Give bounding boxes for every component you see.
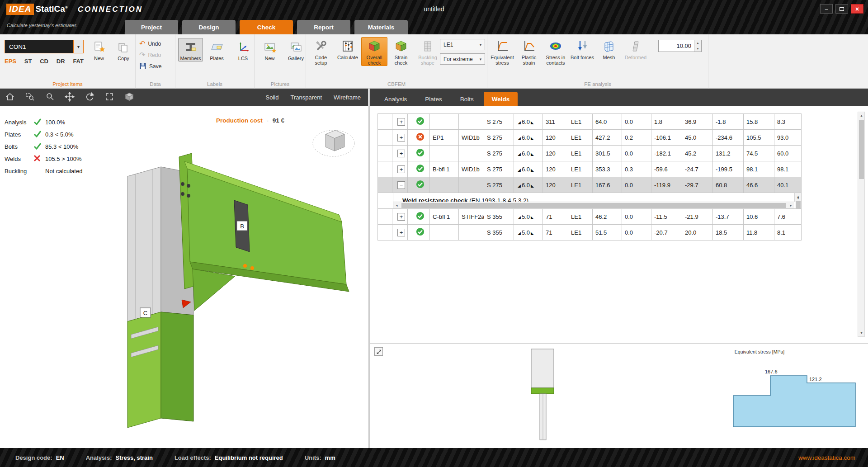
website-link[interactable]: www.ideastatica.com bbox=[798, 454, 855, 461]
mode-cd[interactable]: CD bbox=[40, 58, 48, 65]
weld-item-cell bbox=[430, 177, 459, 193]
weld-row[interactable]: + EP1 WID1b S 275 ◢6.0◣ 120 LE1 427.20.2… bbox=[378, 130, 802, 146]
new-button[interactable]: New bbox=[87, 38, 111, 61]
welds-table-body: + S 275 ◢6.0◣ 311 LE1 64.00.01.836.9-1.8… bbox=[378, 114, 802, 241]
weld-row[interactable]: + B-bfl 1 WID1b S 275 ◢6.0◣ 120 LE1 353.… bbox=[378, 161, 802, 177]
home-button[interactable] bbox=[0, 89, 20, 106]
expand-row-button[interactable]: + bbox=[397, 134, 405, 142]
scroll-down-icon[interactable]: ▾ bbox=[795, 195, 801, 202]
deformed-scale-spinner[interactable]: 10.00 ▴ ▾ bbox=[658, 40, 702, 52]
plastic-strain-button[interactable]: Plastic strain bbox=[516, 37, 542, 66]
status-items: Design code:EN Analysis:Stress, strain L… bbox=[0, 454, 335, 461]
copy-button[interactable]: Copy bbox=[111, 38, 136, 61]
code-setup-button[interactable]: Code setup bbox=[308, 37, 334, 66]
weld-row[interactable]: + S 275 ◢6.0◣ 311 LE1 64.00.01.836.9-1.8… bbox=[378, 114, 802, 130]
save-button[interactable]: Save bbox=[139, 62, 161, 71]
tab-project[interactable]: Project bbox=[125, 20, 178, 34]
svg-text:B: B bbox=[240, 223, 244, 230]
mode-dr[interactable]: DR bbox=[57, 58, 65, 65]
zoom-window-button[interactable] bbox=[20, 89, 40, 106]
scroll-left-icon[interactable]: ◂ bbox=[393, 202, 400, 208]
collapse-row-button[interactable]: − bbox=[397, 181, 405, 189]
scrollbar-thumb[interactable] bbox=[796, 201, 801, 208]
result-value-cell: -24.7 bbox=[682, 161, 713, 177]
weld-item-cell bbox=[430, 225, 459, 241]
status-load-effects-: Load effects:Equilibrium not required bbox=[175, 454, 283, 461]
mode-st[interactable]: ST bbox=[24, 58, 32, 65]
result-value-cell: 8.3 bbox=[774, 114, 802, 130]
weld-row[interactable]: + S 355 ◢5.0◣ 71 LE1 51.50.0-20.720.018.… bbox=[378, 225, 802, 241]
zoom-icon bbox=[45, 92, 55, 104]
view-mode-solid[interactable]: Solid bbox=[266, 94, 279, 101]
load-effect-selector[interactable]: LE1 ▾ bbox=[440, 39, 485, 50]
tab-report[interactable]: Report bbox=[297, 20, 350, 34]
view-cube[interactable] bbox=[311, 123, 356, 162]
weld-row[interactable]: − S 275 ◢6.0◣ 120 LE1 167.60.0-119.9-29.… bbox=[378, 177, 802, 193]
expand-row-button[interactable]: + bbox=[397, 150, 405, 157]
load-case-cell: LE1 bbox=[568, 130, 593, 146]
expand-row-button[interactable]: + bbox=[397, 229, 405, 236]
tab-check[interactable]: Check bbox=[240, 20, 293, 34]
close-button[interactable]: × bbox=[851, 4, 863, 14]
pass-status-icon bbox=[416, 151, 425, 158]
scrollbar-thumb[interactable] bbox=[859, 120, 864, 179]
expand-panel-button[interactable] bbox=[374, 347, 383, 356]
scroll-up-icon[interactable]: ▴ bbox=[858, 112, 865, 119]
bolt-forces-button[interactable]: Bolt forces bbox=[569, 37, 595, 66]
weld-row[interactable]: + C-bfl 1 STIFF2a S 355 ◢5.0◣ 71 LE1 46.… bbox=[378, 209, 802, 225]
new-button[interactable]: New bbox=[257, 38, 282, 61]
mode-fat[interactable]: FAT bbox=[73, 58, 84, 65]
tab-materials[interactable]: Materials bbox=[354, 20, 408, 34]
result-value-cell: 10.6 bbox=[744, 209, 774, 225]
weld-item-cell: B-bfl 1 bbox=[430, 161, 459, 177]
results-tab-analysis[interactable]: Analysis bbox=[376, 92, 415, 106]
tab-design[interactable]: Design bbox=[182, 20, 236, 34]
results-tab-plates[interactable]: Plates bbox=[417, 92, 450, 106]
scrollbar-thumb[interactable] bbox=[401, 203, 786, 208]
scroll-down-icon[interactable]: ▾ bbox=[858, 330, 865, 336]
spinner-up-icon[interactable]: ▴ bbox=[694, 40, 701, 46]
connection-selector[interactable]: CON1 ▾ bbox=[5, 40, 84, 53]
length-cell: 120 bbox=[543, 161, 568, 177]
calculate-button[interactable]: Calculate bbox=[335, 37, 361, 66]
zoom-button[interactable] bbox=[40, 89, 60, 106]
mode-eps[interactable]: EPS bbox=[5, 58, 16, 65]
expand-row-button[interactable]: + bbox=[397, 213, 405, 221]
3d-viewport[interactable]: Analysis 100.0% Plates 0.3 < 5.0% Bolts … bbox=[0, 106, 368, 448]
weld-row[interactable]: + S 275 ◢6.0◣ 120 LE1 301.50.0-182.145.2… bbox=[378, 146, 802, 161]
pan-button[interactable] bbox=[60, 89, 80, 106]
mesh-icon bbox=[602, 38, 616, 54]
results-tab-welds[interactable]: Welds bbox=[484, 92, 518, 106]
plates-button[interactable]: Plates bbox=[204, 38, 229, 61]
extreme-selector[interactable]: For extreme ▾ bbox=[440, 53, 485, 65]
group-labels: Members Plates LCS Labels bbox=[175, 34, 255, 89]
view-mode-transparent[interactable]: Transparent bbox=[290, 94, 322, 101]
result-value-cell: 105.5 bbox=[744, 130, 774, 146]
stress-in-contacts-button[interactable]: Stress in contacts bbox=[542, 37, 569, 66]
group-fe-analysis: Equivalent stress Plastic strain Stress … bbox=[487, 34, 708, 89]
undo-button[interactable]: ↶Undo bbox=[139, 40, 161, 48]
results-tab-bolts[interactable]: Bolts bbox=[452, 92, 482, 106]
result-value-cell: 74.5 bbox=[744, 146, 774, 161]
maximize-button[interactable] bbox=[835, 4, 848, 14]
detail-vertical-scrollbar[interactable]: ▴ ▾ bbox=[794, 193, 801, 202]
rotate-button[interactable] bbox=[80, 89, 99, 106]
results-scrollbar[interactable]: ▴ ▾ bbox=[858, 112, 865, 337]
gallery-button[interactable]: Gallery bbox=[283, 38, 308, 61]
expand-row-button[interactable]: + bbox=[397, 165, 405, 173]
detail-horizontal-scrollbar[interactable]: ◂ ▸ bbox=[393, 202, 794, 208]
strain-check-button[interactable]: Strain check bbox=[388, 37, 414, 66]
members-button[interactable]: Members bbox=[178, 38, 203, 61]
overall-check-button[interactable]: Overall check bbox=[361, 37, 387, 66]
view-mode-wireframe[interactable]: Wireframe bbox=[334, 94, 361, 101]
mesh-button[interactable]: Mesh bbox=[596, 37, 622, 66]
equivalent-stress-button[interactable]: Equivalent stress bbox=[489, 37, 515, 66]
fit-button[interactable] bbox=[99, 89, 119, 106]
spinner-down-icon[interactable]: ▾ bbox=[694, 46, 701, 52]
lcs-button[interactable]: LCS bbox=[231, 38, 255, 61]
expand-row-button[interactable]: + bbox=[397, 118, 405, 126]
minimize-button[interactable]: – bbox=[820, 4, 833, 14]
result-value-cell: -182.1 bbox=[651, 146, 682, 161]
solid-cube-button[interactable] bbox=[119, 89, 139, 106]
scroll-right-icon[interactable]: ▸ bbox=[788, 202, 794, 208]
